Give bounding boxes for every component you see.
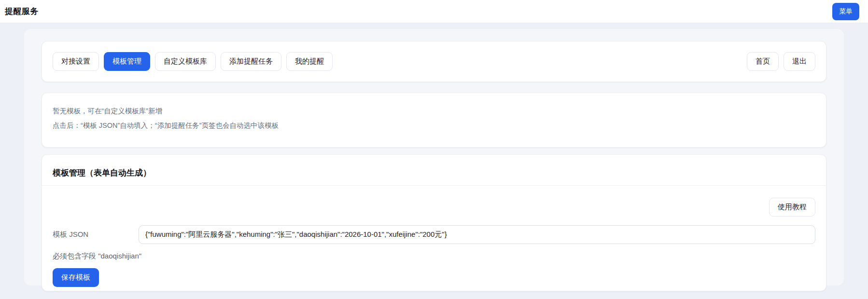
tab-my-reminders[interactable]: 我的提醒 (286, 52, 333, 71)
section-header: 模板管理（表单自动生成） (42, 155, 826, 186)
template-json-row: 模板 JSON (53, 225, 815, 244)
tutorial-button[interactable]: 使用教程 (769, 198, 815, 217)
notice-line-click-hint: 点击后：“模板 JSON”自动填入；“添加提醒任务”页签也会自动选中该模板 (53, 118, 815, 133)
logout-button[interactable]: 退出 (784, 52, 815, 71)
tab-group-left: 对接设置 模板管理 自定义模板库 添加提醒任务 我的提醒 (53, 52, 333, 71)
tab-add-reminder-task[interactable]: 添加提醒任务 (221, 52, 281, 71)
template-notice-panel: 暂无模板，可在“自定义模板库”新增 点击后：“模板 JSON”自动填入；“添加提… (42, 93, 826, 148)
app-title: 提醒服务 (5, 6, 39, 17)
save-template-button[interactable]: 保存模板 (53, 268, 99, 287)
section-title: 模板管理（表单自动生成） (53, 167, 815, 178)
home-button[interactable]: 首页 (747, 52, 779, 71)
tab-connection-settings[interactable]: 对接设置 (53, 52, 99, 71)
required-field-hint: 必须包含字段 "daoqishijian" (53, 252, 815, 261)
topbar: 提醒服务 菜单 (0, 0, 868, 23)
tab-bar: 对接设置 模板管理 自定义模板库 添加提醒任务 我的提醒 首页 退出 (42, 41, 826, 82)
tab-custom-template-library[interactable]: 自定义模板库 (155, 52, 216, 71)
menu-button[interactable]: 菜单 (832, 3, 859, 20)
tab-group-right: 首页 退出 (747, 52, 815, 71)
notice-line-no-template: 暂无模板，可在“自定义模板库”新增 (53, 104, 815, 118)
section-body: 使用教程 模板 JSON 必须包含字段 "daoqishijian" 保存模板 (42, 186, 826, 291)
main-content: 对接设置 模板管理 自定义模板库 添加提醒任务 我的提醒 首页 退出 暂无模板，… (24, 29, 844, 285)
template-json-label: 模板 JSON (53, 230, 139, 239)
tutorial-row: 使用教程 (53, 198, 815, 217)
template-management-section: 模板管理（表单自动生成） 使用教程 模板 JSON 必须包含字段 "daoqis… (42, 154, 826, 291)
tab-template-management[interactable]: 模板管理 (104, 52, 150, 71)
template-json-input[interactable] (139, 225, 815, 244)
